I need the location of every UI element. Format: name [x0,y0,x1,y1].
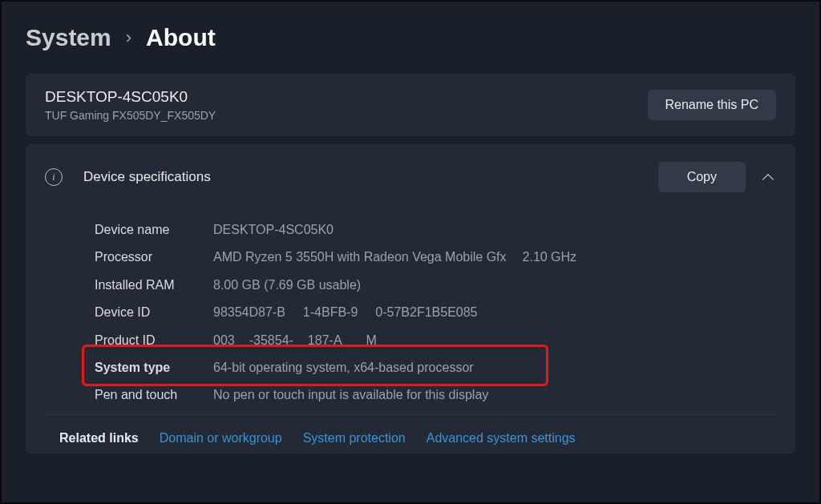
device-specs-title: Device specifications [83,169,211,185]
breadcrumb-parent[interactable]: System [26,24,111,51]
spec-value: 003-35854-187-AM [213,332,377,349]
spec-value: 64-bit operating system, x64-based proce… [213,359,474,377]
spec-row-ram: Installed RAM 8.00 GB (7.69 GB usable) [95,272,776,299]
spec-label: Pen and touch [95,386,208,404]
info-icon: i [45,168,63,186]
spec-label: System type [95,359,208,377]
breadcrumb: System › About [26,24,795,51]
spec-value: 8.00 GB (7.69 GB usable) [213,276,361,294]
spec-label: Device name [95,221,208,239]
device-specs-header[interactable]: i Device specifications Copy [45,159,776,196]
device-specs-card: i Device specifications Copy Device name… [26,144,795,454]
spec-row-system-type: System type 64-bit operating system, x64… [95,354,776,381]
spec-value: No pen or touch input is available for t… [213,386,488,404]
pc-name: DESKTOP-4SC05K0 [45,88,216,106]
related-links-row: Related links Domain or workgroup System… [45,414,776,454]
chevron-up-icon[interactable] [762,173,776,182]
related-links-label: Related links [59,431,139,446]
link-system-protection[interactable]: System protection [303,431,406,446]
spec-row-processor: Processor AMD Ryzen 5 3550H with Radeon … [95,244,776,271]
spec-label: Product ID [95,332,208,349]
spec-label: Device ID [95,304,208,321]
spec-row-device-id: Device ID 98354D87-B1-4BFB-90-57B2F1B5E0… [95,299,776,326]
spec-row-device-name: Device name DESKTOP-4SC05K0 [95,216,776,244]
link-advanced-settings[interactable]: Advanced system settings [427,431,576,446]
spec-value: 98354D87-B1-4BFB-90-57B2F1B5E085 [213,304,478,321]
spec-label: Processor [95,248,208,266]
spec-row-pen-touch: Pen and touch No pen or touch input is a… [95,381,776,409]
rename-pc-button[interactable]: Rename this PC [648,90,777,120]
copy-button[interactable]: Copy [658,162,746,192]
link-domain-workgroup[interactable]: Domain or workgroup [160,431,282,446]
spec-value: AMD Ryzen 5 3550H with Radeon Vega Mobil… [213,248,576,266]
breadcrumb-current: About [146,24,216,51]
chevron-right-icon: › [126,27,131,48]
spec-value: DESKTOP-4SC05K0 [213,221,334,239]
spec-label: Installed RAM [95,276,208,294]
spec-row-product-id: Product ID 003-35854-187-AM [95,327,776,354]
pc-model: TUF Gaming FX505DY_FX505DY [45,109,216,122]
pc-info-card: DESKTOP-4SC05K0 TUF Gaming FX505DY_FX505… [26,74,795,136]
